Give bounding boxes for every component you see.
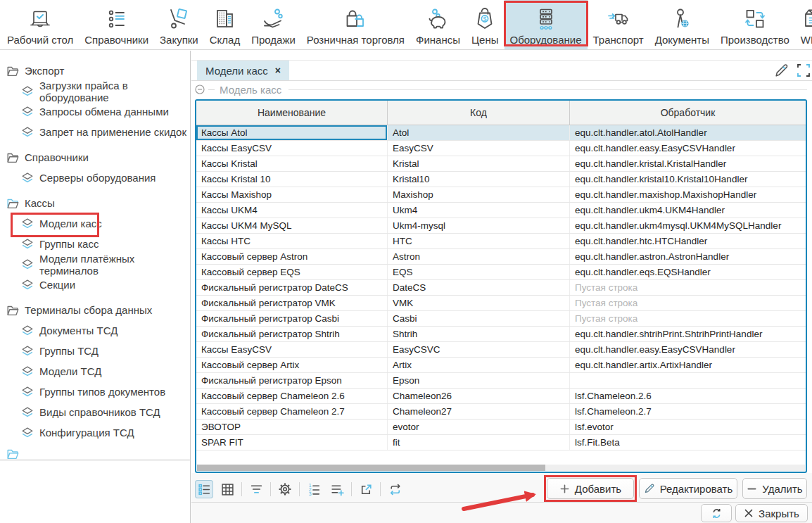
tree-item-tsd-groups[interactable]: Группы ТСД bbox=[0, 341, 190, 361]
table-row[interactable]: Фискальный регистратор ShtrihShtrihequ.c… bbox=[196, 327, 806, 342]
ribbon-item-sales[interactable]: Продажи bbox=[246, 0, 301, 49]
delete-button[interactable]: Удалить bbox=[742, 478, 807, 499]
column-header-handler[interactable]: Обработчик bbox=[570, 101, 806, 125]
ribbon-item-purchases[interactable]: Закупки bbox=[154, 0, 204, 49]
add-row-icon[interactable] bbox=[328, 480, 346, 498]
tree-item-payment-terminal-models[interactable]: Модели платёжных терминалов bbox=[0, 254, 190, 275]
edit-pencil-icon[interactable] bbox=[773, 62, 789, 79]
tree-item-cash-register-groups[interactable]: Группы касс bbox=[0, 234, 190, 254]
tree-item-discount-ban[interactable]: Запрет на применение скидок bbox=[0, 122, 190, 142]
tree-item-label: Документы ТСД bbox=[39, 324, 118, 336]
cash-register-models-table: Наименование Код Обработчик Кассы AtolAt… bbox=[195, 99, 807, 473]
ribbon-menu: Рабочий столСправочникиЗакупкиСкладПрода… bbox=[0, 0, 812, 50]
tree-item-equipment-servers[interactable]: Серверы оборудования bbox=[0, 168, 190, 188]
minus-icon bbox=[747, 484, 757, 494]
tree-item-label: Терминалы сбора данных bbox=[25, 304, 152, 316]
tree-item-label: Справочники bbox=[25, 151, 89, 163]
table-row[interactable]: Кассы Kristal 10Kristal10equ.clt.handler… bbox=[196, 172, 806, 187]
tree-item-label: Загрузки прайса в оборудование bbox=[39, 80, 190, 103]
table-row[interactable]: Кассы MaxishopMaxishopequ.clt.handler.ma… bbox=[196, 187, 806, 203]
production-icon bbox=[742, 5, 768, 33]
table-row[interactable]: Кассы UKM4Ukm4equ.clt.handler.ukm4.UKM4H… bbox=[196, 203, 806, 218]
table-row[interactable]: Фискальный регистратор VMKVMKПустая стро… bbox=[196, 296, 806, 311]
layers-icon bbox=[20, 237, 34, 251]
ribbon-item-finance[interactable]: Финансы bbox=[410, 0, 466, 49]
table-row[interactable]: Кассы EasyCSVEasyCSVCequ.clt.handler.eas… bbox=[196, 342, 806, 358]
gear-icon[interactable] bbox=[276, 480, 294, 498]
column-header-code[interactable]: Код bbox=[388, 101, 570, 125]
horizontal-scrollbar[interactable] bbox=[197, 465, 805, 471]
edit-button[interactable]: Редактировать bbox=[639, 478, 737, 499]
ribbon-item-documents[interactable]: Документы bbox=[649, 0, 715, 49]
table-row[interactable]: Кассы KristalKristalequ.clt.handler.kris… bbox=[196, 156, 806, 172]
ribbon-item-wms[interactable]: WMS bbox=[795, 0, 812, 49]
cell-handler: equ.clt.handler.artix.ArtixHandler bbox=[570, 358, 806, 372]
table-row[interactable]: Кассы AtolAtolequ.clt.handler.atol.AtolH… bbox=[196, 125, 806, 141]
tree-item-label: Модели касс bbox=[39, 218, 102, 229]
ribbon-item-retail[interactable]: Розничная торговля bbox=[301, 0, 410, 49]
grid-view-icon[interactable] bbox=[218, 480, 236, 498]
tree-item-tsd-models[interactable]: Модели ТСД bbox=[0, 361, 190, 382]
tree-item-tsd-handbook-types[interactable]: Виды справочников ТСД bbox=[0, 402, 190, 422]
ribbon-item-handbooks[interactable]: Справочники bbox=[79, 0, 154, 49]
tab-close-icon[interactable]: × bbox=[275, 65, 281, 75]
ribbon-item-warehouse[interactable]: Склад bbox=[204, 0, 246, 49]
refresh-button[interactable] bbox=[701, 504, 732, 522]
tree-item-export[interactable]: Экспорт bbox=[0, 61, 190, 81]
reload-icon[interactable] bbox=[386, 480, 404, 498]
table-row[interactable]: SPAR FITfitlsf.Fit.Beta bbox=[196, 435, 806, 450]
ribbon-item-equipment[interactable]: Оборудование bbox=[505, 0, 588, 49]
cell-code: Ukm4-mysql bbox=[388, 218, 570, 233]
table-row[interactable]: Кассовый сервер Chameleon 2.6Chameleon26… bbox=[196, 389, 806, 404]
fullscreen-icon[interactable] bbox=[795, 62, 812, 79]
table-row[interactable]: Фискальный регистратор CasbiCasbiПустая … bbox=[196, 311, 806, 327]
ribbon-item-label: Справочники bbox=[84, 33, 148, 46]
table-row[interactable]: Кассы HTCHTCequ.clt.handler.htc.HTCHandl… bbox=[196, 234, 806, 249]
cell-handler: lsf.Fit.Beta bbox=[570, 435, 806, 450]
toolbar-separator bbox=[241, 482, 242, 496]
prices-icon: $ bbox=[472, 5, 497, 33]
table-row[interactable]: Кассы EasyCSVEasyCSVequ.clt.handler.easy… bbox=[196, 141, 806, 156]
tab-cash-register-models[interactable]: Модели касс × bbox=[197, 61, 289, 80]
tree-item-data-terminals[interactable]: Терминалы сбора данных bbox=[0, 300, 190, 320]
table-row[interactable]: Кассовый сервер ArtixArtixequ.clt.handle… bbox=[196, 358, 806, 373]
layers-icon bbox=[20, 258, 34, 272]
tree-item-cash-registers[interactable]: Кассы bbox=[0, 193, 190, 213]
ribbon-item-transport[interactable]: Транспорт bbox=[588, 0, 649, 49]
tree-item-tsd-documents[interactable]: Документы ТСД bbox=[0, 320, 190, 341]
cell-handler: equ.clt.handler.htc.HTCHandler bbox=[570, 234, 806, 248]
numbered-list-icon[interactable]: 123 bbox=[305, 480, 323, 498]
tree-item-sections[interactable]: Секции bbox=[0, 275, 190, 295]
close-button[interactable]: Закрыть bbox=[735, 504, 808, 522]
table-row[interactable]: Кассовый сервер Chameleon 2.7Chameleon27… bbox=[196, 404, 806, 420]
table-row[interactable]: Фискальный регистратор EpsonEpson bbox=[196, 373, 806, 389]
table-row[interactable]: Фискальный регистратор DateCSDateCSПуста… bbox=[196, 280, 806, 296]
tree-item-tsd-configuration[interactable]: Конфигурация ТСД bbox=[0, 422, 190, 443]
table-row[interactable]: ЭВОТОРevotorlsf.evotor bbox=[196, 420, 806, 435]
tree-item-exchange-requests[interactable]: Запросы обмена данными bbox=[0, 101, 190, 122]
layers-icon bbox=[20, 365, 34, 379]
table-row[interactable]: Кассовый сервер EQSEQSequ.clt.handler.eq… bbox=[196, 265, 806, 280]
tree-item-price-uploads[interactable]: Загрузки прайса в оборудование bbox=[0, 81, 190, 101]
folder-partial-icon bbox=[6, 448, 20, 460]
add-button[interactable]: Добавить bbox=[547, 478, 634, 499]
table-row[interactable]: Кассовый сервер AstronAstronequ.clt.hand… bbox=[196, 249, 806, 265]
tree-item-handbooks[interactable]: Справочники bbox=[0, 147, 190, 168]
ribbon-item-desktop[interactable]: Рабочий стол bbox=[1, 0, 79, 49]
cell-code: Epson bbox=[388, 373, 570, 388]
column-header-name[interactable]: Наименование bbox=[196, 101, 388, 125]
tree-item-partial-folder[interactable] bbox=[0, 448, 190, 460]
table-row[interactable]: Кассы UKM4 MySQLUkm4-mysqlequ.clt.handle… bbox=[196, 218, 806, 234]
list-view-icon[interactable] bbox=[195, 480, 213, 498]
filter-icon[interactable] bbox=[247, 480, 265, 498]
tree-item-doc-type-groups[interactable]: Группы типов документов bbox=[0, 382, 190, 402]
collapse-icon[interactable] bbox=[195, 84, 205, 94]
ribbon-item-production[interactable]: Производство bbox=[715, 0, 795, 49]
scrollbar-thumb[interactable] bbox=[197, 465, 545, 471]
open-in-window-icon[interactable] bbox=[357, 480, 375, 498]
layers-icon bbox=[20, 344, 34, 358]
cell-name: Фискальный регистратор VMK bbox=[196, 296, 388, 310]
tree-item-cash-register-models[interactable]: Модели касс bbox=[0, 213, 190, 234]
ribbon-item-prices[interactable]: $Цены bbox=[466, 0, 505, 49]
ribbon-item-label: Оборудование bbox=[510, 33, 582, 46]
